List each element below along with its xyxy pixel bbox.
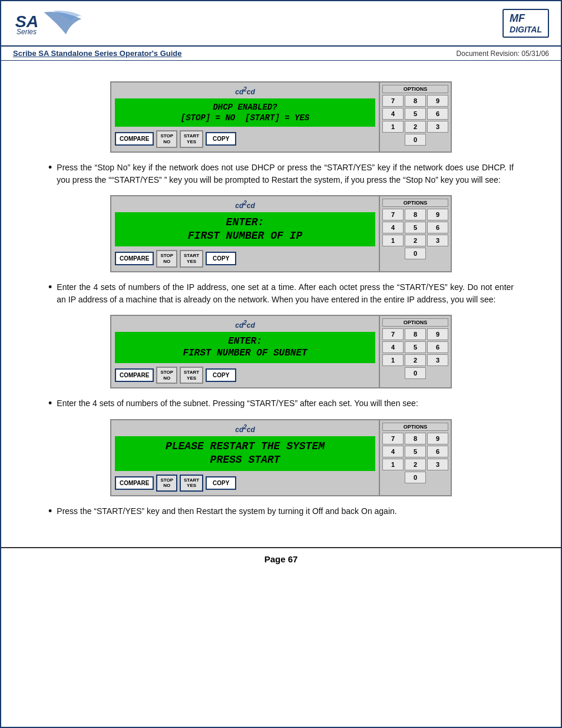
bullet-dot-1: • [48,162,52,186]
opt-3-1[interactable]: 3 [427,121,448,133]
panel-left-2: cd2cd ENTER:FIRST NUMBER OF IP COMPARE S… [111,196,380,271]
options-grid-3: 7 8 9 4 5 6 1 2 3 0 [382,328,448,379]
opt-7-3[interactable]: 7 [382,328,404,340]
sa-series-swoosh: SA Series [13,7,84,39]
opt-9-4[interactable]: 9 [427,433,448,444]
opt-3-2[interactable]: 3 [427,235,448,246]
panel-buttons-4: COMPARE STOPNO STARTYES COPY [115,475,375,492]
opt-1-1[interactable]: 1 [382,121,404,133]
page-header: SA Series MFDIGITAL [1,1,561,47]
opt-2-3[interactable]: 2 [405,354,426,366]
start-button-1[interactable]: STARTYES [180,130,203,147]
opt-4-4[interactable]: 4 [382,446,404,457]
options-panel-2: OPTIONS 7 8 9 4 5 6 1 2 3 0 [380,196,451,271]
opt-9-3[interactable]: 9 [427,328,448,340]
opt-5-2[interactable]: 5 [405,222,426,233]
opt-9-2[interactable]: 9 [427,209,448,220]
opt-5-3[interactable]: 5 [405,341,426,353]
opt-2-4[interactable]: 2 [405,459,426,470]
bullet-item-4: • Press the “START/YES” key and then Res… [48,505,514,518]
opt-6-2[interactable]: 6 [427,222,448,233]
cd2cd-logo-1: cd2cd [115,86,375,96]
stop-button-3[interactable]: STOPNO [156,367,177,384]
cd2cd-logo-4: cd2cd [115,424,375,434]
panel-left-4: cd2cd PLEASE RESTART THE SYSTEMPRESS STA… [111,420,380,495]
bullet-text-3: Enter the 4 sets of numbers of the subne… [57,397,514,410]
bullet-item-3: • Enter the 4 sets of numbers of the sub… [48,397,514,410]
bullet-text-1: Press the “Stop No” key if the network d… [57,162,514,186]
opt-1-4[interactable]: 1 [382,459,404,470]
copy-button-1[interactable]: COPY [206,132,236,146]
opt-0-3[interactable]: 0 [405,367,426,379]
stop-button-1[interactable]: STOPNO [156,130,177,147]
options-label-2: OPTIONS [382,199,448,207]
opt-4-2[interactable]: 4 [382,222,404,233]
opt-7-1[interactable]: 7 [382,95,404,107]
bullet-item-1: • Press the “Stop No” key if the network… [48,162,514,186]
opt-5-4[interactable]: 5 [405,446,426,457]
main-content: cd2cd DHCP ENABLED?[STOP] = NO [START] =… [1,61,561,535]
opt-5-1[interactable]: 5 [405,108,426,120]
opt-8-1[interactable]: 8 [405,95,426,107]
bullet-text-4: Press the “START/YES” key and then Resta… [57,505,514,518]
start-button-3[interactable]: STARTYES [180,367,203,384]
display-text-3: ENTER:FIRST NUMBER OF SUBNET [183,335,307,360]
opt-1-2[interactable]: 1 [382,235,404,246]
copy-button-3[interactable]: COPY [206,368,236,382]
panel-display-2: ENTER:FIRST NUMBER OF IP [115,212,375,247]
opt-0-4[interactable]: 0 [405,472,426,483]
svg-text:Series: Series [16,28,37,36]
opt-9-1[interactable]: 9 [427,95,448,107]
page-footer: Page 67 [1,547,561,570]
opt-0-1[interactable]: 0 [405,134,426,146]
cd2cd-logo-2: cd2cd [115,200,375,210]
opt-4-3[interactable]: 4 [382,341,404,353]
start-button-2[interactable]: STARTYES [180,250,203,267]
options-panel-4: OPTIONS 7 8 9 4 5 6 1 2 3 0 [380,420,451,495]
bullet-item-2: • Enter the 4 sets of numbers of the IP … [48,281,514,306]
opt-0-2[interactable]: 0 [405,248,426,259]
opt-6-4[interactable]: 6 [427,446,448,457]
opt-3-4[interactable]: 3 [427,459,448,470]
copy-button-4[interactable]: COPY [206,476,236,490]
options-label-4: OPTIONS [382,423,448,431]
options-label-1: OPTIONS [382,85,448,93]
panel-display-4: PLEASE RESTART THE SYSTEMPRESS START [115,436,375,471]
opt-6-1[interactable]: 6 [427,108,448,120]
bullet-text-2: Enter the 4 sets of numbers of the IP ad… [57,281,514,306]
panel-display-3: ENTER:FIRST NUMBER OF SUBNET [115,332,375,364]
compare-button-4[interactable]: COMPARE [115,476,154,490]
copy-button-2[interactable]: COPY [206,252,236,265]
bullet-section-1: • Press the “Stop No” key if the network… [48,162,514,186]
compare-button-2[interactable]: COMPARE [115,252,154,265]
opt-8-4[interactable]: 8 [405,433,426,444]
opt-2-1[interactable]: 2 [405,121,426,133]
compare-button-1[interactable]: COMPARE [115,132,154,146]
options-panel-3: OPTIONS 7 8 9 4 5 6 1 2 3 0 [380,316,451,388]
device-panel-3: cd2cd ENTER:FIRST NUMBER OF SUBNET COMPA… [110,315,452,389]
panel-buttons-3: COMPARE STOPNO STARTYES COPY [115,367,375,384]
compare-button-3[interactable]: COMPARE [115,368,154,382]
bullet-section-4: • Press the “START/YES” key and then Res… [48,505,514,518]
device-panel-1: cd2cd DHCP ENABLED?[STOP] = NO [START] =… [110,81,452,153]
opt-8-3[interactable]: 8 [405,328,426,340]
device-panel-2: cd2cd ENTER:FIRST NUMBER OF IP COMPARE S… [110,195,452,272]
opt-8-2[interactable]: 8 [405,209,426,220]
display-text-1: DHCP ENABLED?[STOP] = NO [START] = YES [181,102,309,123]
options-label-3: OPTIONS [382,318,448,327]
panel-left-1: cd2cd DHCP ENABLED?[STOP] = NO [START] =… [111,83,380,151]
brand-logo: SA Series [13,7,84,39]
panel-buttons-2: COMPARE STOPNO STARTYES COPY [115,250,375,267]
start-button-4[interactable]: STARTYES [180,475,203,492]
stop-button-2[interactable]: STOPNO [156,250,177,267]
stop-button-4[interactable]: STOPNO [156,475,177,492]
opt-1-3[interactable]: 1 [382,354,404,366]
opt-6-3[interactable]: 6 [427,341,448,353]
opt-2-2[interactable]: 2 [405,235,426,246]
opt-3-3[interactable]: 3 [427,354,448,366]
cd2cd-logo-3: cd2cd [115,319,375,330]
opt-7-2[interactable]: 7 [382,209,404,220]
opt-7-4[interactable]: 7 [382,433,404,444]
opt-4-1[interactable]: 4 [382,108,404,120]
bullet-section-3: • Enter the 4 sets of numbers of the sub… [48,397,514,410]
